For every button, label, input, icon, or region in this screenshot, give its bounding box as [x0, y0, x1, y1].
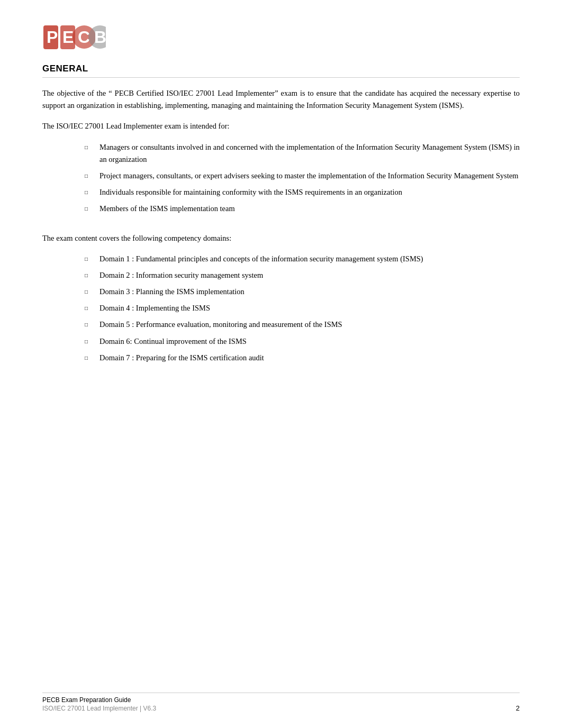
bullet-icon: □ — [85, 143, 96, 152]
pecb-logo-icon: P E C B — [42, 23, 106, 52]
list-item: □Domain 1 : Fundamental principles and c… — [85, 253, 520, 265]
list-item: □Domain 7 : Preparing for the ISMS certi… — [85, 352, 520, 364]
bullet-icon: □ — [85, 271, 96, 280]
footer-subtitle: ISO/IEC 27001 Lead Implementer | V6.3 — [42, 705, 520, 712]
domains-list: □Domain 1 : Fundamental principles and c… — [85, 253, 520, 364]
svg-text:C: C — [78, 28, 90, 47]
list-item: □Domain 4 : Implementing the ISMS — [85, 302, 520, 314]
domains-paragraph: The exam content covers the following co… — [42, 232, 520, 244]
bullet-icon: □ — [85, 255, 96, 263]
intended-paragraph: The ISO/IEC 27001 Lead Implementer exam … — [42, 120, 520, 132]
svg-text:P: P — [47, 28, 58, 47]
list-item: □Domain 6: Continual improvement of the … — [85, 335, 520, 348]
logo: P E C B — [42, 21, 106, 53]
svg-text:B: B — [94, 28, 106, 47]
list-item: □Domain 3 : Planning the ISMS implementa… — [85, 286, 520, 298]
bullet-icon: □ — [85, 205, 96, 213]
bullet-icon: □ — [85, 188, 96, 197]
bullet-icon: □ — [85, 321, 96, 329]
bullet-icon: □ — [85, 288, 96, 296]
list-item: □Managers or consultants involved in and… — [85, 141, 520, 166]
list-item: □Domain 2 : Information security managem… — [85, 269, 520, 281]
section-header: GENERAL — [42, 63, 520, 78]
list-item: □Domain 5 : Performance evaluation, moni… — [85, 319, 520, 331]
logo-area: P E C B — [42, 21, 520, 53]
footer: PECB Exam Preparation Guide ISO/IEC 2700… — [42, 693, 520, 712]
bullet-icon: □ — [85, 304, 96, 313]
list-item: □Project managers, consultants, or exper… — [85, 170, 520, 182]
footer-title: PECB Exam Preparation Guide — [42, 696, 520, 704]
list-item: □Individuals responsible for maintaining… — [85, 186, 520, 198]
section-title: GENERAL — [42, 63, 520, 74]
page: P E C B GENERAL The objective of the “ P… — [0, 0, 562, 728]
audience-list: □Managers or consultants involved in and… — [85, 141, 520, 215]
bullet-icon: □ — [85, 338, 96, 346]
bullet-icon: □ — [85, 354, 96, 362]
intro-paragraph: The objective of the “ PECB Certified IS… — [42, 87, 520, 112]
svg-text:E: E — [62, 28, 74, 47]
section-divider — [42, 77, 520, 78]
page-number: 2 — [516, 704, 520, 712]
list-item: □Members of the ISMS implementation team — [85, 203, 520, 215]
bullet-icon: □ — [85, 172, 96, 180]
footer-divider — [42, 693, 520, 693]
